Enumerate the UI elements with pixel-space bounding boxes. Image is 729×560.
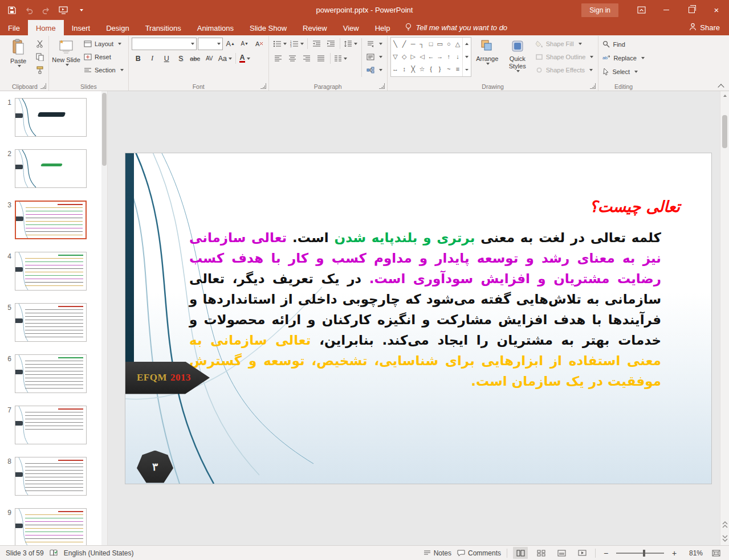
shape-icon[interactable]: }	[439, 66, 441, 72]
font-size-combobox[interactable]	[198, 38, 223, 50]
slide-thumbnail-8[interactable]	[15, 457, 87, 496]
strikethrough-button[interactable]: abc	[189, 52, 202, 64]
shapes-scroll-down-icon[interactable]	[463, 51, 471, 64]
copy-icon[interactable]	[34, 51, 46, 63]
paste-button[interactable]: Paste	[4, 37, 32, 67]
tab-insert[interactable]: Insert	[64, 20, 99, 35]
scroll-up-icon[interactable]	[720, 91, 729, 100]
zoom-in-icon[interactable]: +	[670, 549, 679, 558]
format-painter-icon[interactable]	[34, 64, 46, 76]
shape-fill-button[interactable]: Shape Fill	[533, 38, 596, 50]
shape-icon[interactable]: ▭	[437, 40, 442, 48]
align-right-icon[interactable]	[300, 52, 313, 64]
shape-icon[interactable]: ↕	[402, 66, 406, 72]
bold-button[interactable]: B	[132, 52, 145, 64]
sign-in-button[interactable]: Sign in	[581, 3, 618, 17]
columns-icon[interactable]	[333, 52, 348, 64]
tab-home[interactable]: Home	[28, 20, 64, 35]
restore-button[interactable]	[679, 0, 704, 20]
editor-scrollbar[interactable]	[720, 91, 729, 545]
zoom-slider[interactable]	[616, 553, 664, 554]
quick-styles-button[interactable]: Quick Styles	[503, 37, 532, 72]
new-slide-button[interactable]: New Slide	[52, 37, 80, 66]
find-button[interactable]: Find	[601, 38, 645, 51]
collapse-ribbon-icon[interactable]	[718, 84, 724, 88]
previous-slide-icon[interactable]	[720, 518, 729, 532]
shape-icon[interactable]: ▷	[411, 53, 416, 60]
font-dialog-launcher-icon[interactable]	[260, 83, 266, 89]
zoom-slider-handle[interactable]	[643, 550, 645, 557]
grow-font-icon[interactable]: A▲	[224, 38, 237, 50]
slide-thumbnail-5[interactable]	[15, 303, 87, 342]
slide-counter[interactable]: Slide 3 of 59	[6, 549, 44, 557]
slide-thumbnail-3-selected[interactable]	[15, 201, 87, 239]
italic-button[interactable]: I	[146, 52, 159, 64]
tab-review[interactable]: Review	[295, 20, 335, 35]
slide-thumbnail-1[interactable]	[15, 98, 87, 137]
line-spacing-icon[interactable]	[343, 38, 359, 50]
shape-effects-button[interactable]: Shape Effects	[533, 64, 596, 76]
save-icon[interactable]	[5, 3, 19, 18]
thumbnail-scrollbar[interactable]	[101, 91, 107, 545]
slide-thumbnail-4[interactable]	[15, 252, 87, 291]
underline-button[interactable]: U	[160, 52, 173, 64]
shape-outline-button[interactable]: Shape Outline	[533, 51, 596, 63]
language-indicator[interactable]: English (United States)	[64, 549, 134, 557]
tab-help[interactable]: Help	[367, 20, 398, 35]
next-slide-icon[interactable]	[720, 532, 729, 545]
bullets-icon[interactable]	[272, 38, 288, 50]
tab-transitions[interactable]: Transitions	[137, 20, 189, 35]
align-center-icon[interactable]	[286, 52, 299, 64]
shape-icon[interactable]: ◁	[420, 53, 424, 60]
clear-formatting-icon[interactable]: A	[252, 38, 266, 50]
shape-icon[interactable]: ☆	[419, 66, 425, 73]
shape-icon[interactable]: ↔	[392, 66, 398, 72]
fit-slide-to-window-icon[interactable]	[708, 547, 723, 559]
section-button[interactable]: Section	[82, 64, 125, 76]
shape-icon[interactable]: ≡	[456, 66, 459, 72]
zoom-level[interactable]: 81%	[685, 549, 703, 557]
shape-icon[interactable]: ↓	[456, 53, 459, 60]
justify-icon[interactable]	[315, 52, 328, 64]
reset-button[interactable]: Reset	[82, 51, 125, 63]
slide-show-icon[interactable]	[575, 547, 589, 559]
share-button[interactable]: Share	[680, 20, 729, 35]
normal-view-icon[interactable]	[513, 547, 528, 559]
arrange-button[interactable]: Arrange	[473, 37, 502, 65]
replace-button[interactable]: ab Replace	[601, 51, 645, 64]
notes-button[interactable]: Notes	[423, 549, 451, 557]
slide-sorter-view-icon[interactable]	[533, 547, 548, 559]
tab-view[interactable]: View	[335, 20, 367, 35]
align-text-icon[interactable]	[365, 51, 384, 63]
close-button[interactable]: ×	[704, 0, 729, 20]
thumbnail-scrollbar-thumb[interactable]	[102, 93, 107, 166]
shapes-more-icon[interactable]	[463, 63, 471, 76]
redo-icon[interactable]	[39, 3, 54, 18]
drawing-dialog-launcher-icon[interactable]	[590, 83, 596, 89]
undo-icon[interactable]	[22, 3, 36, 18]
change-case-button[interactable]: Aa	[217, 52, 233, 64]
shape-icon[interactable]: ↑	[447, 53, 451, 60]
shrink-font-icon[interactable]: A▼	[238, 38, 251, 50]
numbering-icon[interactable]: 123	[289, 38, 305, 50]
shape-icon[interactable]: ▽	[393, 53, 397, 60]
font-name-combobox[interactable]	[132, 38, 197, 50]
text-shadow-button[interactable]: S	[174, 52, 188, 64]
tab-file[interactable]: File	[0, 20, 28, 35]
ribbon-display-options-icon[interactable]	[629, 0, 654, 20]
zoom-out-icon[interactable]: −	[601, 549, 610, 558]
shapes-gallery[interactable]: ╲ ╱ ─ ┐ □ ▭ ○ △ ▽ ◇ ▷ ◁ ← → ↑	[390, 37, 471, 77]
shape-icon[interactable]: ◇	[402, 53, 406, 60]
align-left-icon[interactable]	[272, 52, 285, 64]
text-direction-icon[interactable]	[365, 38, 384, 50]
clipboard-dialog-launcher-icon[interactable]	[40, 83, 46, 89]
reading-view-icon[interactable]	[554, 547, 569, 559]
slide-thumbnail-6[interactable]	[15, 354, 87, 393]
editor-scrollbar-thumb[interactable]	[722, 115, 727, 148]
tab-animations[interactable]: Animations	[189, 20, 242, 35]
slide-thumbnail-2[interactable]	[15, 149, 87, 188]
shapes-scroll-up-icon[interactable]	[463, 38, 471, 51]
shape-icon[interactable]: ←	[428, 53, 434, 60]
cut-icon[interactable]	[34, 38, 46, 50]
shape-icon[interactable]: □	[429, 40, 433, 47]
